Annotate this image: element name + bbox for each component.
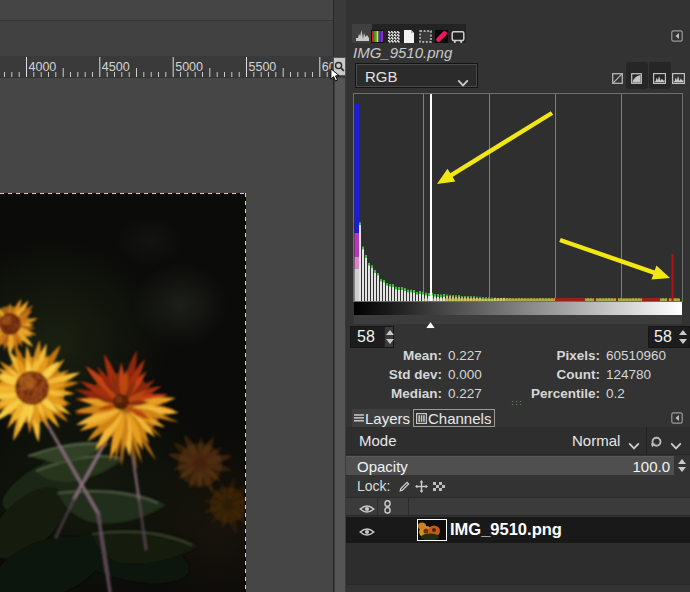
svg-text:5500: 5500	[249, 60, 277, 74]
svg-text:4000: 4000	[29, 60, 57, 74]
svg-text:4500: 4500	[102, 60, 130, 74]
svg-text:5000: 5000	[175, 60, 203, 74]
